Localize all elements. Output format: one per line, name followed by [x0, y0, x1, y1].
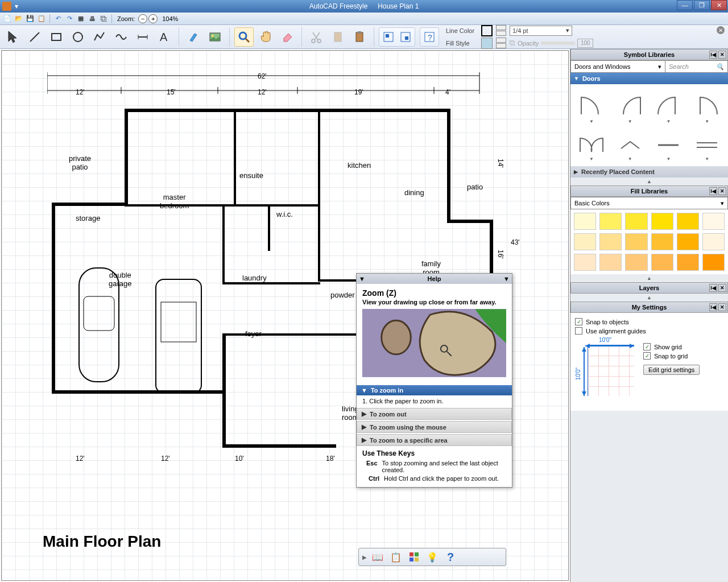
panel-back-icon[interactable]: I◀ — [709, 51, 717, 59]
fill-swatch[interactable] — [574, 254, 596, 271]
edit-grid-button[interactable]: Edit grid settings — [643, 365, 700, 375]
show-grid-checkbox[interactable]: ✓Show grid — [643, 343, 700, 350]
panel-close-icon[interactable]: ✕ — [718, 51, 726, 59]
fill-swatch[interactable] — [702, 213, 725, 230]
minimize-button[interactable]: — — [677, 0, 693, 10]
door-symbol-4[interactable]: ▼ — [688, 89, 726, 124]
polyline-tool[interactable] — [90, 27, 109, 47]
fill-swatch[interactable] — [677, 254, 699, 271]
copy-icon[interactable]: ⿻ — [98, 14, 109, 24]
text-tool[interactable]: A — [155, 27, 174, 47]
panel-collapse-3[interactable]: ▲ — [570, 294, 728, 302]
marker-tool[interactable] — [184, 27, 203, 47]
line-color-swatch[interactable] — [481, 25, 493, 36]
fill-swatch[interactable] — [625, 213, 647, 230]
fill-swatch[interactable] — [651, 254, 673, 271]
print-icon[interactable]: 🖶 — [87, 14, 97, 24]
help-zoom-area-header[interactable]: ▶To zoom to a specific area — [357, 434, 512, 446]
save-icon[interactable]: 💾 — [25, 14, 35, 24]
fill-swatch[interactable] — [599, 254, 622, 271]
close-button[interactable]: ✕ — [711, 0, 727, 10]
zoom-out-button[interactable]: − — [138, 14, 147, 23]
bb-help-icon[interactable]: ? — [443, 550, 458, 564]
select-tool[interactable] — [3, 27, 23, 47]
door-symbol-2[interactable]: ▼ — [611, 89, 649, 124]
panel-back-icon-3[interactable]: I◀ — [709, 284, 717, 292]
zoom-tool[interactable] — [234, 27, 254, 47]
dimension-tool[interactable] — [133, 27, 152, 47]
snap-objects-checkbox[interactable]: ✓Snap to objects — [575, 318, 723, 325]
line-tool[interactable] — [25, 27, 44, 47]
snap-grid-checkbox[interactable]: ✓Snap to grid — [643, 352, 700, 360]
fill-category-select[interactable]: Basic Colors▾ — [570, 197, 728, 209]
clipboard-tool[interactable] — [350, 27, 369, 47]
undo-icon[interactable]: ↶ — [53, 14, 63, 24]
open-icon[interactable]: 📂 — [14, 14, 24, 24]
fill-swatch[interactable] — [599, 233, 622, 250]
fill-swatch[interactable] — [625, 254, 647, 271]
help-zoom-mouse-header[interactable]: ▶To zoom using the mouse — [357, 421, 512, 433]
freehand-tool[interactable] — [111, 27, 131, 47]
panel-back-icon-4[interactable]: I◀ — [709, 303, 717, 311]
zoom-in-button[interactable]: + — [148, 14, 158, 23]
fill-color-swatch[interactable] — [481, 38, 493, 49]
my-settings-header[interactable]: My Settings I◀✕ — [570, 302, 728, 313]
panel-close-icon-2[interactable]: ✕ — [718, 187, 726, 195]
fill-swatch[interactable] — [574, 213, 596, 230]
door-symbol-8[interactable]: ▼ — [688, 126, 726, 162]
fill-swatch[interactable] — [677, 233, 699, 250]
maximize-button[interactable]: ❐ — [694, 0, 710, 10]
doors-section-header[interactable]: ▼Doors — [570, 73, 728, 84]
panel-collapse-1[interactable]: ▲ — [570, 178, 728, 185]
rectangle-tool[interactable] — [47, 27, 66, 47]
new-icon[interactable]: 📄 — [2, 14, 13, 24]
bb-blocks-icon[interactable] — [407, 550, 421, 564]
image-tool[interactable] — [205, 27, 225, 47]
door-symbol-5[interactable]: ▼ — [573, 126, 610, 162]
fill-libraries-header[interactable]: Fill Libraries I◀✕ — [570, 185, 728, 197]
line-pattern-1[interactable] — [496, 25, 506, 30]
align-tool-1[interactable] — [380, 29, 396, 45]
help-zoom-in-header[interactable]: ▼To zoom in — [357, 385, 512, 395]
fill-pattern-2[interactable] — [496, 43, 506, 48]
fill-swatch[interactable] — [625, 233, 647, 250]
bb-lightbulb-icon[interactable]: 💡 — [425, 550, 440, 564]
bb-notes-icon[interactable]: 📖 — [370, 550, 385, 564]
fill-pattern-1[interactable] — [496, 38, 506, 43]
fill-swatch[interactable] — [574, 233, 596, 250]
pan-tool[interactable] — [256, 27, 275, 47]
circle-tool[interactable] — [68, 27, 88, 47]
panel-collapse-2[interactable]: ▲ — [570, 274, 728, 282]
fill-swatch[interactable] — [702, 233, 725, 250]
door-symbol-1[interactable]: ▼ — [573, 89, 610, 124]
alignment-guides-checkbox[interactable]: Use alignment guides — [575, 327, 723, 335]
grid-icon[interactable]: ▦ — [76, 14, 86, 24]
fill-swatch[interactable] — [651, 213, 673, 230]
fill-swatch[interactable] — [599, 213, 622, 230]
panel-close-icon-4[interactable]: ✕ — [718, 303, 726, 311]
opacity-slider[interactable] — [541, 42, 575, 45]
help-titlebar[interactable]: ▼Help▼ — [357, 274, 512, 284]
paste-tool[interactable] — [328, 27, 348, 47]
help-tool[interactable]: ? — [421, 29, 437, 45]
cut-tool[interactable] — [307, 27, 326, 47]
bb-clipboard-icon[interactable]: 📋 — [388, 550, 403, 564]
line-weight-select[interactable]: 1/4 pt▾ — [510, 26, 572, 36]
door-symbol-7[interactable]: ▼ — [650, 126, 688, 162]
panel-back-icon-2[interactable]: I◀ — [709, 187, 717, 195]
fill-swatch[interactable] — [702, 254, 725, 271]
help-zoom-out-header[interactable]: ▶To zoom out — [357, 408, 512, 420]
fill-swatch[interactable] — [651, 233, 673, 250]
align-tool-2[interactable] — [398, 29, 413, 45]
panel-close-icon-3[interactable]: ✕ — [718, 284, 726, 292]
fill-swatch[interactable] — [677, 213, 699, 230]
symbol-libraries-header[interactable]: Symbol Libraries I◀✕ — [570, 49, 728, 60]
layers-header[interactable]: Layers I◀✕ — [570, 282, 728, 294]
line-pattern-2[interactable] — [496, 31, 506, 36]
recently-placed-header[interactable]: ▶Recently Placed Content — [570, 166, 728, 178]
toolbar-close-icon[interactable]: ✕ — [717, 26, 725, 34]
door-symbol-3[interactable]: ▼ — [650, 89, 688, 124]
door-symbol-6[interactable]: ▼ — [611, 126, 649, 162]
redo-icon[interactable]: ↷ — [64, 14, 75, 24]
eraser-tool[interactable] — [278, 27, 297, 47]
